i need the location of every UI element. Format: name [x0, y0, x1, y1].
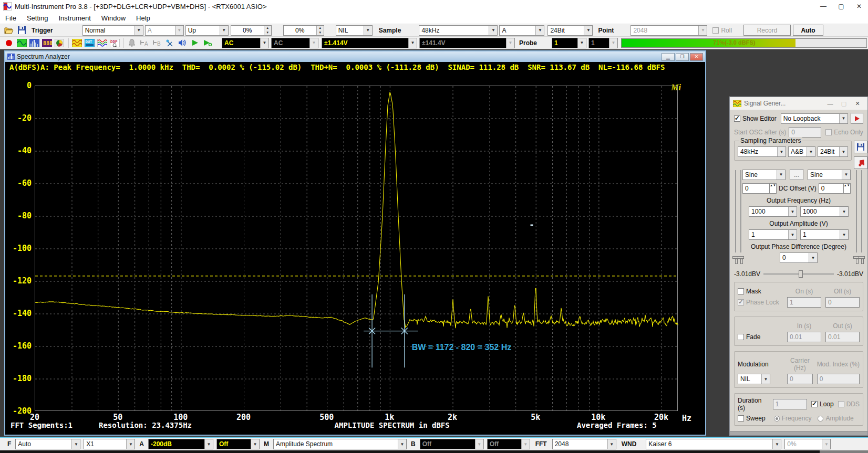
record-icon[interactable]	[3, 38, 15, 48]
close-icon[interactable]: ✕	[850, 0, 868, 13]
menu-file[interactable]: File	[0, 14, 22, 22]
hpf-select[interactable]: NIL▼	[336, 25, 373, 36]
spectrum-3d-plot-icon[interactable]	[54, 38, 65, 48]
trigger-level-spinner[interactable]: 0%▲▼	[231, 25, 272, 36]
coupling-b-select[interactable]: AC▼	[271, 38, 318, 48]
wave-options-button[interactable]: ...	[790, 169, 803, 180]
echo-only-checkbox[interactable]: Echo Only	[825, 129, 863, 136]
amplitude-b-select[interactable]: 1▼	[800, 229, 849, 240]
phase-difference-select[interactable]: 0▼	[780, 252, 818, 263]
level-slider-track-b2[interactable]	[856, 170, 857, 252]
sweep-checkbox[interactable]: Sweep	[738, 415, 766, 422]
menu-setting[interactable]: Setting	[22, 14, 53, 22]
spin-arrows-icon[interactable]: ▲▼	[316, 26, 324, 35]
mod-index-input[interactable]: 0	[817, 374, 860, 384]
dds-checkbox[interactable]: DDS	[838, 401, 860, 408]
signal-generator-icon[interactable]	[71, 38, 82, 48]
probe-b-select[interactable]: 1▼	[588, 38, 618, 48]
spin-arrows-icon[interactable]: ▲▼	[770, 183, 777, 194]
zoom-select[interactable]: X1▼	[84, 439, 135, 449]
a-range-select[interactable]: -200dB▼	[148, 439, 213, 449]
spectrum-plot-area[interactable]: BW = 1172 - 820 = 352 Hz	[35, 86, 678, 411]
waveform-a-select[interactable]: Sine▼	[742, 170, 786, 180]
dc-offset-a-input[interactable]: 0	[742, 183, 770, 194]
close-icon[interactable]: ✕	[851, 98, 864, 109]
run-generator-button[interactable]	[851, 113, 863, 124]
record-button[interactable]: Record	[743, 25, 791, 36]
spin-arrows-icon[interactable]: ▲▼	[844, 183, 851, 194]
modulation-type-select[interactable]: NIL▼	[738, 374, 770, 384]
oscilloscope-icon[interactable]	[16, 38, 27, 48]
trigger-delay-spinner[interactable]: 0%▲▼	[283, 25, 324, 36]
level-slider-thumb[interactable]	[738, 256, 744, 259]
b-range-select[interactable]: Off▼	[420, 439, 484, 449]
sample-rate-select[interactable]: 48kHz▼	[419, 25, 498, 36]
analysis-mode-select[interactable]: Amplitude Spectrum▼	[273, 439, 407, 449]
level-slider-track-a2[interactable]	[740, 170, 741, 252]
trigger-source-select[interactable]: A▼	[145, 25, 184, 36]
save-icon[interactable]	[16, 25, 27, 36]
fade-in-input[interactable]: 0.01	[787, 332, 821, 342]
a-reference-select[interactable]: Off▼	[216, 439, 260, 449]
fft-size-select[interactable]: 2048▼	[552, 439, 616, 449]
auto-button[interactable]: Auto	[793, 25, 823, 36]
signal-generator-titlebar[interactable]: Signal Gener... — ▢ ✕	[730, 97, 867, 110]
trigger-mode-select[interactable]: Normal▼	[82, 25, 143, 36]
bit-depth-select[interactable]: 24Bit▼	[547, 25, 593, 36]
dc-offset-b-input[interactable]: 0	[819, 183, 844, 194]
menu-window[interactable]: Window	[96, 14, 131, 22]
reference-a-icon[interactable]: A	[139, 38, 150, 48]
range-b-select[interactable]: ±141.4V▼	[419, 38, 515, 48]
duration-input[interactable]: 1	[773, 399, 807, 409]
play-icon[interactable]	[189, 38, 201, 48]
level-slider-track-b[interactable]	[861, 170, 862, 252]
start-osc-input[interactable]: 0	[789, 127, 821, 138]
menu-help[interactable]: Help	[131, 14, 156, 22]
sweep-frequency-radio[interactable]: Frequency	[774, 415, 812, 422]
speaker-icon[interactable]	[177, 38, 188, 48]
play-loop-icon[interactable]	[202, 38, 213, 48]
amplitude-a-select[interactable]: 1▼	[749, 229, 797, 240]
spin-arrows-icon[interactable]: ▲▼	[264, 26, 271, 35]
probe-a-select[interactable]: 1▼	[552, 38, 586, 48]
level-slider-thumb[interactable]	[859, 256, 865, 259]
open-file-icon[interactable]	[3, 25, 15, 36]
maximize-icon[interactable]: ▢	[832, 0, 850, 13]
window-restore-icon[interactable]: ❐	[676, 53, 689, 61]
coupling-a-select[interactable]: AC▼	[222, 38, 269, 48]
window-minimize-icon[interactable]: ▁	[662, 53, 675, 61]
loop-checkbox[interactable]: Loop	[811, 401, 834, 408]
fade-out-input[interactable]: 0.01	[825, 332, 860, 342]
show-editor-checkbox[interactable]: Show Editor	[734, 115, 777, 122]
ddp-viewer-icon[interactable]: DDP	[109, 38, 120, 48]
calibration-icon[interactable]	[164, 38, 175, 48]
freq-axis-select[interactable]: Auto▼	[15, 439, 80, 449]
range-a-select[interactable]: ±1.414V▼	[322, 38, 417, 48]
overlap-select[interactable]: 0%▼	[784, 439, 831, 449]
points-select[interactable]: 2048▼	[631, 25, 707, 36]
menu-instrument[interactable]: Instrument	[53, 14, 96, 22]
carrier-input[interactable]: 0	[787, 374, 813, 384]
save-signal-button[interactable]	[854, 141, 867, 153]
window-function-select[interactable]: Kaiser 6▼	[646, 439, 781, 449]
generator-sample-rate-select[interactable]: 48kHz▼	[738, 146, 786, 157]
window-close-icon[interactable]: ✕	[690, 53, 703, 61]
roll-checkbox[interactable]: Roll	[712, 27, 732, 34]
mask-on-input[interactable]: 1	[787, 297, 821, 308]
frequency-a-select[interactable]: 1000▼	[749, 206, 797, 217]
trigger-edge-select[interactable]: Up▼	[185, 25, 229, 36]
phase-lock-checkbox[interactable]: Phase Lock	[738, 299, 783, 306]
frequency-b-select[interactable]: 1000▼	[800, 206, 849, 217]
alarm-icon[interactable]	[126, 38, 138, 48]
b-reference-select[interactable]: Off▼	[487, 439, 530, 449]
fade-checkbox[interactable]: Fade	[738, 333, 783, 341]
derived-data-curve-icon[interactable]	[96, 38, 108, 48]
play-audio-file-button[interactable]	[854, 156, 867, 169]
level-slider-track-a[interactable]	[735, 170, 736, 252]
balance-slider[interactable]	[763, 273, 834, 275]
sweep-amplitude-radio[interactable]: Amplitude	[818, 415, 853, 422]
loopback-select[interactable]: No Loopback▼	[781, 113, 848, 124]
mask-off-input[interactable]: 0	[825, 297, 860, 308]
waveform-b-select[interactable]: Sine▼	[808, 170, 851, 180]
spectrum-window-titlebar[interactable]: Spectrum Analyzer ▁ ❐ ✕	[5, 51, 705, 62]
